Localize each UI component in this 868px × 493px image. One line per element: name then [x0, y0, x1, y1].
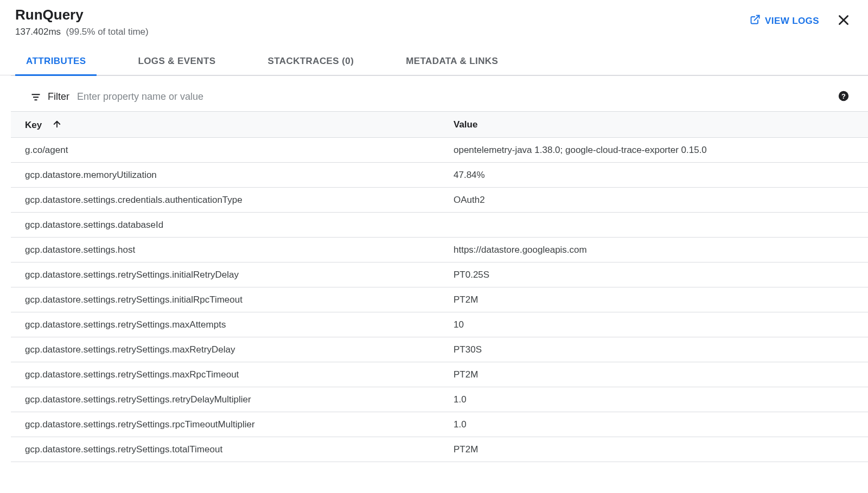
attr-value: opentelemetry-java 1.38.0; google-cloud-… — [439, 138, 868, 163]
table-row[interactable]: gcp.datastore.settings.retrySettings.tot… — [11, 437, 868, 462]
attr-value: PT2M — [439, 287, 868, 312]
table-row[interactable]: gcp.datastore.settings.credentials.authe… — [11, 188, 868, 213]
attributes-tbody: g.co/agentopentelemetry-java 1.38.0; goo… — [11, 138, 868, 462]
panel-header: RunQuery 137.402ms (99.5% of total time)… — [0, 0, 868, 37]
attr-key: gcp.datastore.settings.databaseId — [11, 213, 439, 238]
span-title: RunQuery — [15, 7, 750, 23]
tab-metadata-links[interactable]: METADATA & LINKS — [395, 50, 509, 75]
open-in-new-icon — [750, 14, 761, 28]
attr-value — [439, 213, 868, 238]
key-header-label: Key — [25, 120, 42, 130]
table-row[interactable]: gcp.datastore.settings.retrySettings.max… — [11, 337, 868, 362]
attr-value: OAuth2 — [439, 188, 868, 213]
svg-text:?: ? — [841, 92, 846, 100]
filter-input[interactable] — [76, 88, 830, 106]
view-logs-label: VIEW LOGS — [765, 16, 819, 27]
table-row[interactable]: gcp.datastore.settings.hosthttps://datas… — [11, 238, 868, 262]
span-detail-panel: RunQuery 137.402ms (99.5% of total time)… — [0, 0, 868, 462]
attr-key: gcp.datastore.settings.retrySettings.max… — [11, 337, 439, 362]
span-timing: 137.402ms (99.5% of total time) — [15, 27, 750, 37]
table-row[interactable]: gcp.datastore.settings.retrySettings.max… — [11, 362, 868, 387]
filter-bar: Filter ? — [11, 82, 868, 112]
attr-value: PT30S — [439, 337, 868, 362]
table-row[interactable]: gcp.datastore.settings.retrySettings.ini… — [11, 287, 868, 312]
attr-key: gcp.datastore.settings.retrySettings.max… — [11, 362, 439, 387]
attr-key: gcp.datastore.settings.retrySettings.ret… — [11, 387, 439, 412]
tab-strip: ATTRIBUTES LOGS & EVENTS STACKTRACES (0)… — [0, 49, 868, 75]
attr-key: gcp.datastore.settings.credentials.authe… — [11, 188, 439, 213]
table-row[interactable]: gcp.datastore.settings.retrySettings.max… — [11, 312, 868, 337]
attr-key: g.co/agent — [11, 138, 439, 163]
title-block: RunQuery 137.402ms (99.5% of total time) — [15, 7, 750, 37]
help-icon: ? — [838, 90, 850, 104]
svg-line-0 — [754, 16, 759, 21]
attr-value: 10 — [439, 312, 868, 337]
table-row[interactable]: gcp.datastore.settings.retrySettings.rpc… — [11, 412, 868, 437]
attr-value: https://datastore.googleapis.com — [439, 238, 868, 262]
attr-key: gcp.datastore.settings.retrySettings.rpc… — [11, 412, 439, 437]
attributes-table: Key Value g.co/agentopentel — [11, 112, 868, 462]
attr-key: gcp.datastore.settings.retrySettings.tot… — [11, 437, 439, 462]
table-row[interactable]: g.co/agentopentelemetry-java 1.38.0; goo… — [11, 138, 868, 163]
column-header-value[interactable]: Value — [439, 112, 868, 138]
value-header-label: Value — [454, 119, 477, 130]
filter-icon — [30, 92, 41, 103]
table-row[interactable]: gcp.datastore.settings.retrySettings.ini… — [11, 262, 868, 287]
attr-value: 47.84% — [439, 163, 868, 188]
table-row[interactable]: gcp.datastore.memoryUtilization47.84% — [11, 163, 868, 188]
svg-rect-4 — [33, 97, 39, 98]
attr-key: gcp.datastore.settings.retrySettings.ini… — [11, 287, 439, 312]
table-header-row: Key Value — [11, 112, 868, 138]
table-row[interactable]: gcp.datastore.settings.databaseId — [11, 213, 868, 238]
svg-rect-5 — [35, 99, 37, 100]
attr-key: gcp.datastore.settings.retrySettings.max… — [11, 312, 439, 337]
svg-rect-3 — [32, 94, 40, 95]
attr-key: gcp.datastore.settings.host — [11, 238, 439, 262]
tab-attributes[interactable]: ATTRIBUTES — [15, 50, 97, 76]
table-row[interactable]: gcp.datastore.settings.retrySettings.ret… — [11, 387, 868, 412]
attr-value: PT2M — [439, 437, 868, 462]
header-actions: VIEW LOGS — [750, 11, 853, 31]
tab-stacktraces[interactable]: STACKTRACES (0) — [257, 50, 365, 75]
help-button[interactable]: ? — [837, 89, 851, 105]
attr-key: gcp.datastore.memoryUtilization — [11, 163, 439, 188]
tab-content: Filter ? Key — [11, 75, 868, 462]
tab-logs-events[interactable]: LOGS & EVENTS — [127, 50, 226, 75]
attr-value: 1.0 — [439, 387, 868, 412]
attr-value: PT2M — [439, 362, 868, 387]
span-duration: 137.402ms — [15, 27, 61, 37]
filter-label: Filter — [48, 91, 69, 103]
attr-value: PT0.25S — [439, 262, 868, 287]
column-header-key[interactable]: Key — [11, 112, 439, 138]
attr-value: 1.0 — [439, 412, 868, 437]
close-icon — [837, 13, 851, 29]
view-logs-link[interactable]: VIEW LOGS — [750, 14, 819, 28]
sort-asc-icon — [52, 119, 62, 129]
attr-key: gcp.datastore.settings.retrySettings.ini… — [11, 262, 439, 287]
span-duration-pct: (99.5% of total time) — [66, 27, 149, 37]
close-button[interactable] — [834, 11, 853, 31]
